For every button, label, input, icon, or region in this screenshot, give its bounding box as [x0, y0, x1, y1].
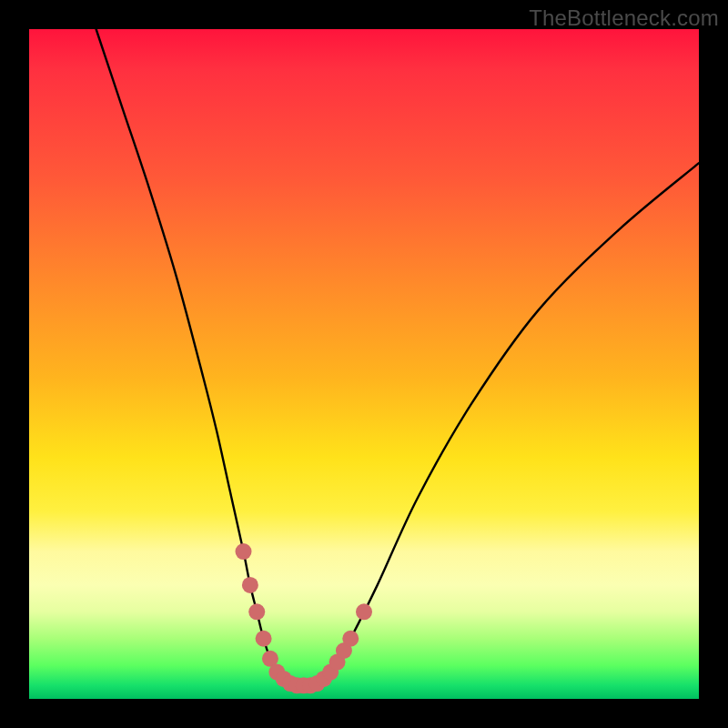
marker-dot	[342, 631, 359, 647]
bottleneck-curve-path	[96, 29, 699, 685]
watermark-text: TheBottleneck.com	[529, 5, 719, 31]
curve-svg	[29, 29, 699, 699]
marker-dot	[356, 603, 372, 620]
marker-dot	[242, 577, 258, 593]
marker-dot	[248, 603, 265, 620]
highlight-markers	[236, 543, 372, 693]
chart-frame: TheBottleneck.com	[0, 0, 728, 728]
marker-dot	[236, 543, 252, 560]
plot-area	[29, 29, 699, 699]
marker-dot	[256, 631, 272, 647]
